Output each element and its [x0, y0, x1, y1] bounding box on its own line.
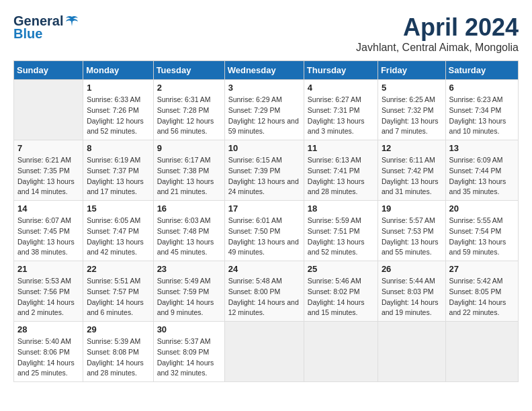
day-info: Sunrise: 5:57 AMSunset: 7:53 PMDaylight:… [382, 216, 442, 258]
calendar-cell: 11Sunrise: 6:13 AMSunset: 7:41 PMDayligh… [304, 140, 378, 201]
day-number: 2 [157, 83, 221, 93]
day-info: Sunrise: 5:59 AMSunset: 7:51 PMDaylight:… [308, 216, 374, 258]
calendar-cell [224, 322, 304, 382]
day-number: 6 [449, 83, 515, 93]
logo-blue: Blue [13, 26, 42, 42]
calendar-week-2: 7Sunrise: 6:21 AMSunset: 7:35 PMDaylight… [14, 140, 519, 201]
day-info: Sunrise: 6:17 AMSunset: 7:38 PMDaylight:… [157, 155, 221, 197]
day-number: 23 [157, 264, 221, 274]
day-info: Sunrise: 6:19 AMSunset: 7:37 PMDaylight:… [87, 155, 149, 197]
calendar-week-4: 21Sunrise: 5:53 AMSunset: 7:56 PMDayligh… [14, 261, 519, 322]
day-info: Sunrise: 5:53 AMSunset: 7:56 PMDaylight:… [17, 276, 79, 318]
calendar-cell: 10Sunrise: 6:15 AMSunset: 7:39 PMDayligh… [224, 140, 304, 201]
day-info: Sunrise: 6:23 AMSunset: 7:34 PMDaylight:… [449, 95, 515, 137]
day-info: Sunrise: 6:07 AMSunset: 7:45 PMDaylight:… [17, 216, 79, 258]
day-info: Sunrise: 5:46 AMSunset: 8:02 PMDaylight:… [308, 276, 374, 318]
location: Javhlant, Central Aimak, Mongolia [356, 42, 519, 54]
day-info: Sunrise: 6:11 AMSunset: 7:42 PMDaylight:… [382, 155, 442, 197]
day-number: 18 [308, 203, 374, 214]
calendar-cell: 7Sunrise: 6:21 AMSunset: 7:35 PMDaylight… [14, 140, 83, 201]
day-number: 30 [157, 324, 221, 334]
calendar-cell: 3Sunrise: 6:29 AMSunset: 7:29 PMDaylight… [224, 80, 304, 140]
calendar-header: SundayMondayTuesdayWednesdayThursdayFrid… [14, 61, 519, 80]
calendar-cell [445, 322, 518, 382]
calendar-cell: 4Sunrise: 6:27 AMSunset: 7:31 PMDaylight… [304, 80, 378, 140]
calendar-cell: 20Sunrise: 5:55 AMSunset: 7:54 PMDayligh… [445, 201, 518, 261]
day-number: 5 [382, 83, 442, 93]
calendar-cell: 19Sunrise: 5:57 AMSunset: 7:53 PMDayligh… [378, 201, 445, 261]
month-title: April 2024 [356, 13, 519, 42]
day-info: Sunrise: 6:25 AMSunset: 7:32 PMDaylight:… [382, 95, 442, 137]
calendar-cell: 1Sunrise: 6:33 AMSunset: 7:26 PMDaylight… [83, 80, 153, 140]
logo: General Blue [13, 13, 79, 42]
day-info: Sunrise: 6:15 AMSunset: 7:39 PMDaylight:… [228, 155, 300, 197]
day-number: 10 [228, 143, 300, 153]
calendar-cell: 8Sunrise: 6:19 AMSunset: 7:37 PMDaylight… [83, 140, 153, 201]
calendar-cell: 5Sunrise: 6:25 AMSunset: 7:32 PMDaylight… [378, 80, 445, 140]
day-info: Sunrise: 6:31 AMSunset: 7:28 PMDaylight:… [157, 95, 221, 137]
calendar-week-3: 14Sunrise: 6:07 AMSunset: 7:45 PMDayligh… [14, 201, 519, 261]
calendar-cell: 21Sunrise: 5:53 AMSunset: 7:56 PMDayligh… [14, 261, 83, 322]
day-info: Sunrise: 6:09 AMSunset: 7:44 PMDaylight:… [449, 155, 515, 197]
day-number: 22 [87, 264, 149, 274]
calendar-cell: 24Sunrise: 5:48 AMSunset: 8:00 PMDayligh… [224, 261, 304, 322]
day-number: 11 [308, 143, 374, 153]
weekday-header-tuesday: Tuesday [153, 61, 224, 80]
calendar-cell: 13Sunrise: 6:09 AMSunset: 7:44 PMDayligh… [445, 140, 518, 201]
calendar-cell [378, 322, 445, 382]
day-number: 3 [228, 83, 300, 93]
calendar-cell: 18Sunrise: 5:59 AMSunset: 7:51 PMDayligh… [304, 201, 378, 261]
day-info: Sunrise: 6:33 AMSunset: 7:26 PMDaylight:… [87, 95, 149, 137]
calendar-cell: 17Sunrise: 6:01 AMSunset: 7:50 PMDayligh… [224, 201, 304, 261]
day-info: Sunrise: 5:39 AMSunset: 8:08 PMDaylight:… [87, 336, 149, 379]
day-info: Sunrise: 5:44 AMSunset: 8:03 PMDaylight:… [382, 276, 442, 318]
day-number: 8 [87, 143, 149, 153]
weekday-header-row: SundayMondayTuesdayWednesdayThursdayFrid… [14, 61, 519, 80]
day-info: Sunrise: 6:05 AMSunset: 7:47 PMDaylight:… [87, 216, 149, 258]
day-info: Sunrise: 5:40 AMSunset: 8:06 PMDaylight:… [17, 336, 79, 379]
calendar-cell: 14Sunrise: 6:07 AMSunset: 7:45 PMDayligh… [14, 201, 83, 261]
logo-bird-icon [64, 14, 79, 29]
day-number: 28 [17, 324, 79, 334]
day-info: Sunrise: 5:55 AMSunset: 7:54 PMDaylight:… [449, 216, 515, 258]
calendar-cell: 28Sunrise: 5:40 AMSunset: 8:06 PMDayligh… [14, 322, 83, 382]
weekday-header-wednesday: Wednesday [224, 61, 304, 80]
calendar-week-5: 28Sunrise: 5:40 AMSunset: 8:06 PMDayligh… [14, 322, 519, 382]
day-info: Sunrise: 6:01 AMSunset: 7:50 PMDaylight:… [228, 216, 300, 258]
weekday-header-sunday: Sunday [14, 61, 83, 80]
calendar-cell: 25Sunrise: 5:46 AMSunset: 8:02 PMDayligh… [304, 261, 378, 322]
day-number: 27 [449, 264, 515, 274]
day-number: 20 [449, 203, 515, 214]
day-number: 21 [17, 264, 79, 274]
calendar-cell: 22Sunrise: 5:51 AMSunset: 7:57 PMDayligh… [83, 261, 153, 322]
day-info: Sunrise: 5:48 AMSunset: 8:00 PMDaylight:… [228, 276, 300, 318]
day-info: Sunrise: 5:51 AMSunset: 7:57 PMDaylight:… [87, 276, 149, 318]
calendar-cell [14, 80, 83, 140]
title-block: April 2024 Javhlant, Central Aimak, Mong… [356, 13, 519, 54]
day-number: 13 [449, 143, 515, 153]
calendar-cell: 2Sunrise: 6:31 AMSunset: 7:28 PMDaylight… [153, 80, 224, 140]
day-info: Sunrise: 6:29 AMSunset: 7:29 PMDaylight:… [228, 95, 300, 137]
page-header: General Blue April 2024 Javhlant, Centra… [13, 13, 519, 54]
day-number: 12 [382, 143, 442, 153]
calendar-cell: 6Sunrise: 6:23 AMSunset: 7:34 PMDaylight… [445, 80, 518, 140]
day-number: 1 [87, 83, 149, 93]
day-number: 4 [308, 83, 374, 93]
calendar-body: 1Sunrise: 6:33 AMSunset: 7:26 PMDaylight… [14, 80, 519, 382]
weekday-header-monday: Monday [83, 61, 153, 80]
day-number: 19 [382, 203, 442, 214]
calendar-cell: 29Sunrise: 5:39 AMSunset: 8:08 PMDayligh… [83, 322, 153, 382]
day-number: 17 [228, 203, 300, 214]
weekday-header-friday: Friday [378, 61, 445, 80]
day-info: Sunrise: 6:03 AMSunset: 7:48 PMDaylight:… [157, 216, 221, 258]
day-info: Sunrise: 5:49 AMSunset: 7:59 PMDaylight:… [157, 276, 221, 318]
calendar-cell: 30Sunrise: 5:37 AMSunset: 8:09 PMDayligh… [153, 322, 224, 382]
calendar-cell: 27Sunrise: 5:42 AMSunset: 8:05 PMDayligh… [445, 261, 518, 322]
day-info: Sunrise: 5:42 AMSunset: 8:05 PMDaylight:… [449, 276, 515, 318]
weekday-header-thursday: Thursday [304, 61, 378, 80]
calendar-cell: 23Sunrise: 5:49 AMSunset: 7:59 PMDayligh… [153, 261, 224, 322]
calendar-cell: 12Sunrise: 6:11 AMSunset: 7:42 PMDayligh… [378, 140, 445, 201]
day-number: 16 [157, 203, 221, 214]
day-number: 7 [17, 143, 79, 153]
calendar-week-1: 1Sunrise: 6:33 AMSunset: 7:26 PMDaylight… [14, 80, 519, 140]
